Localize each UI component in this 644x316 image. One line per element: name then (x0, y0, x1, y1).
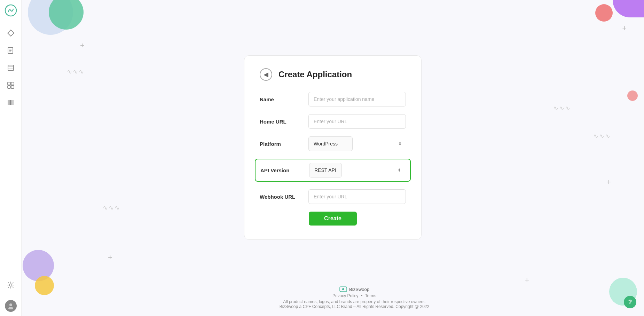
footer: BizSwoop Privacy Policy • Terms All prod… (43, 286, 644, 309)
diamond-icon[interactable] (4, 26, 17, 40)
webhook-url-input[interactable] (308, 189, 406, 204)
bizswoop-icon (339, 286, 347, 292)
main-content: ◀ Create Application Name Home URL Platf… (22, 0, 644, 316)
footer-links: Privacy Policy • Terms (43, 293, 644, 298)
home-url-label: Home URL (260, 119, 308, 125)
svg-rect-16 (13, 100, 14, 105)
barcode-icon[interactable] (4, 96, 17, 109)
platform-select-wrapper: WordPress Shopify WooCommerce Magento (308, 136, 406, 151)
platform-field-row: Platform WordPress Shopify WooCommerce M… (260, 136, 406, 151)
layers-icon[interactable] (4, 61, 17, 74)
svg-rect-13 (9, 100, 10, 105)
footer-dot-separator: • (361, 293, 364, 298)
logo[interactable] (5, 4, 17, 17)
settings-icon[interactable] (4, 278, 17, 292)
help-button[interactable]: ? (624, 296, 636, 308)
name-input[interactable] (308, 92, 406, 106)
footer-copyright2: BizSwoop a CPF Concepts, LLC Brand – All… (43, 304, 644, 309)
footer-brand: BizSwoop (43, 286, 644, 292)
api-version-select[interactable]: REST API GraphQL SOAP (309, 163, 342, 177)
page-title: Create Application (278, 70, 352, 79)
avatar[interactable] (5, 300, 17, 312)
svg-rect-10 (8, 86, 10, 88)
home-url-input[interactable] (308, 114, 406, 129)
platform-label: Platform (260, 141, 308, 147)
svg-rect-14 (10, 100, 11, 105)
sidebar (0, 0, 22, 316)
svg-rect-5 (8, 65, 14, 71)
svg-rect-15 (11, 100, 12, 105)
privacy-policy-link[interactable]: Privacy Policy (332, 293, 359, 298)
svg-rect-12 (8, 100, 9, 105)
create-button[interactable]: Create (309, 212, 357, 226)
back-button[interactable]: ◀ (260, 68, 272, 81)
svg-rect-9 (11, 82, 14, 85)
svg-point-21 (342, 288, 344, 290)
svg-point-17 (9, 284, 12, 286)
terms-link[interactable]: Terms (365, 293, 376, 298)
svg-point-19 (8, 307, 13, 309)
create-btn-row: Create (260, 212, 406, 226)
card-header: ◀ Create Application (260, 68, 406, 81)
webhook-url-label: Webhook URL (260, 194, 308, 200)
svg-rect-8 (8, 82, 10, 85)
platform-select[interactable]: WordPress Shopify WooCommerce Magento (308, 136, 353, 151)
webhook-url-field-row: Webhook URL (260, 189, 406, 204)
svg-rect-11 (11, 86, 14, 88)
svg-point-18 (9, 303, 12, 306)
dashboard-icon[interactable] (4, 79, 17, 92)
document-icon[interactable] (4, 44, 17, 57)
api-version-field-row: API Version REST API GraphQL SOAP (255, 159, 411, 182)
footer-copyright: All product names, logos, and brands are… (43, 299, 644, 304)
name-field-row: Name (260, 92, 406, 106)
name-label: Name (260, 96, 308, 102)
home-url-field-row: Home URL (260, 114, 406, 129)
create-application-card: ◀ Create Application Name Home URL Platf… (244, 55, 422, 240)
api-version-select-wrapper: REST API GraphQL SOAP (309, 163, 405, 177)
footer-brand-name: BizSwoop (349, 287, 369, 292)
api-version-label: API Version (260, 167, 309, 173)
